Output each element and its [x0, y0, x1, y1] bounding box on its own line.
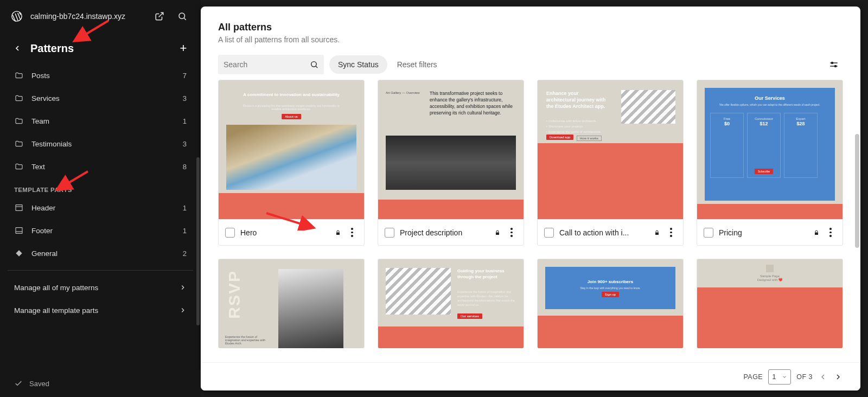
pattern-title: Pricing — [719, 228, 808, 237]
svg-line-14 — [316, 66, 317, 68]
back-button[interactable] — [11, 42, 24, 55]
svg-point-2 — [179, 13, 185, 19]
main-panel: All patterns A list of all patterns from… — [201, 7, 860, 390]
reset-filters-link[interactable]: Reset filters — [397, 60, 437, 69]
wordpress-logo-icon[interactable] — [11, 10, 23, 22]
content-scrollbar[interactable] — [855, 134, 859, 248]
template-part-header[interactable]: Header 1 — [0, 196, 201, 219]
category-posts[interactable]: Posts 7 — [0, 64, 201, 87]
card-footer: Project description — [378, 219, 524, 245]
pattern-title: Call to action with i... — [559, 228, 648, 237]
search-icon[interactable] — [175, 9, 190, 24]
footer-icon — [14, 226, 24, 235]
more-options-button[interactable] — [347, 228, 358, 237]
svg-point-17 — [832, 62, 833, 64]
pattern-preview: Enhance your architectural journey with … — [538, 80, 683, 219]
divider — [8, 270, 193, 271]
filter-settings-icon[interactable] — [829, 60, 839, 69]
folder-icon — [14, 93, 24, 103]
pagination: PAGE 1 OF 3 — [201, 362, 860, 390]
svg-rect-24 — [815, 232, 818, 235]
select-checkbox[interactable] — [225, 228, 235, 238]
main-header: All patterns A list of all patterns from… — [201, 7, 860, 49]
more-options-button[interactable] — [506, 228, 517, 237]
prev-page-button[interactable] — [818, 372, 828, 382]
pattern-card-hero[interactable]: A commitment to innovation and sustainab… — [218, 80, 365, 246]
category-text[interactable]: Text 8 — [0, 155, 201, 178]
panel-header: Patterns + — [0, 33, 201, 64]
pattern-preview: Guiding your business through the projec… — [378, 259, 524, 348]
content-area: A commitment to innovation and sustainab… — [201, 80, 860, 390]
more-options-button[interactable] — [666, 228, 676, 237]
select-checkbox[interactable] — [704, 228, 713, 238]
pattern-card-sample[interactable]: Sample PageDesigned with ❤️ — [697, 259, 843, 348]
template-parts-heading: TEMPLATE PARTS — [0, 178, 201, 196]
pattern-preview: RSVP Experience the fusion of imaginatio… — [219, 259, 364, 348]
pattern-preview: Art Gallery — Overview This transformati… — [378, 80, 524, 219]
pattern-title: Hero — [240, 228, 329, 237]
svg-rect-23 — [655, 232, 659, 235]
search-input-wrapper[interactable] — [218, 55, 324, 74]
pattern-card-guiding[interactable]: Guiding your business through the projec… — [378, 259, 524, 348]
page-label: PAGE — [743, 373, 763, 381]
check-icon — [14, 379, 23, 388]
sidebar-scrollbar[interactable] — [196, 157, 200, 325]
template-part-footer[interactable]: Footer 1 — [0, 219, 201, 242]
chevron-down-icon — [782, 374, 787, 380]
svg-rect-12 — [16, 250, 22, 256]
toolbar: Sync Status Reset filters — [201, 49, 860, 80]
pattern-card-call-to-action[interactable]: Enhance your architectural journey with … — [537, 80, 684, 246]
external-link-icon[interactable] — [152, 9, 167, 24]
card-footer: Call to action with i... — [538, 219, 683, 245]
template-part-general[interactable]: General 2 — [0, 242, 201, 265]
add-pattern-button[interactable]: + — [177, 42, 190, 55]
category-testimonials[interactable]: Testimonials 3 — [0, 132, 201, 155]
folder-icon — [14, 116, 24, 126]
category-team[interactable]: Team 1 — [0, 110, 201, 132]
svg-line-3 — [184, 18, 186, 20]
svg-line-1 — [159, 12, 163, 17]
header-icon — [14, 203, 24, 213]
folder-icon — [14, 71, 24, 80]
next-page-button[interactable] — [833, 372, 843, 382]
manage-template-parts-link[interactable]: Manage all template parts — [0, 299, 201, 322]
category-services[interactable]: Services 3 — [0, 87, 201, 110]
pattern-card-project-description[interactable]: Art Gallery — Overview This transformati… — [378, 80, 524, 246]
pattern-categories: Posts 7 Services 3 Team 1 Testimonials 3… — [0, 64, 201, 178]
panel-title: Patterns — [30, 42, 177, 55]
save-status: Saved — [0, 370, 201, 397]
svg-point-18 — [835, 66, 837, 67]
svg-rect-22 — [496, 232, 499, 235]
lock-icon — [335, 229, 341, 236]
lock-icon — [494, 229, 501, 236]
pattern-preview: Join 900+ subscribers Stay in the loop w… — [538, 259, 683, 348]
page-select[interactable]: 1 — [768, 369, 791, 385]
search-icon — [310, 60, 318, 69]
site-name[interactable]: calming-bb7c24.instawp.xyz — [30, 12, 144, 21]
pattern-preview: Our Services We offer flexible options, … — [697, 80, 843, 219]
svg-rect-19 — [336, 232, 340, 235]
template-parts-list: Header 1 Footer 1 General 2 — [0, 196, 201, 265]
select-checkbox[interactable] — [385, 228, 394, 238]
pattern-card-rsvp[interactable]: RSVP Experience the fusion of imaginatio… — [218, 259, 365, 348]
search-input[interactable] — [224, 60, 310, 69]
sidebar: calming-bb7c24.instawp.xyz Patterns + Po… — [0, 0, 201, 397]
lock-icon — [654, 229, 660, 236]
pattern-card-subscribe[interactable]: Join 900+ subscribers Stay in the loop w… — [537, 259, 684, 348]
page-total: OF 3 — [796, 373, 813, 381]
pattern-preview: Sample PageDesigned with ❤️ — [697, 259, 843, 348]
svg-rect-8 — [16, 205, 22, 211]
sync-status-chip[interactable]: Sync Status — [329, 55, 387, 74]
more-options-button[interactable] — [825, 228, 836, 237]
svg-rect-10 — [16, 228, 22, 234]
select-checkbox[interactable] — [544, 228, 554, 238]
diamond-icon — [14, 248, 24, 258]
pattern-card-pricing[interactable]: Our Services We offer flexible options, … — [697, 80, 843, 246]
pattern-title: Project description — [400, 228, 489, 237]
manage-patterns-link[interactable]: Manage all of my patterns — [0, 276, 201, 299]
pattern-preview: A commitment to innovation and sustainab… — [219, 80, 364, 219]
folder-icon — [14, 139, 24, 149]
page-subtitle: A list of all patterns from all sources. — [218, 35, 843, 44]
lock-icon — [813, 229, 820, 236]
page-title: All patterns — [218, 22, 843, 33]
